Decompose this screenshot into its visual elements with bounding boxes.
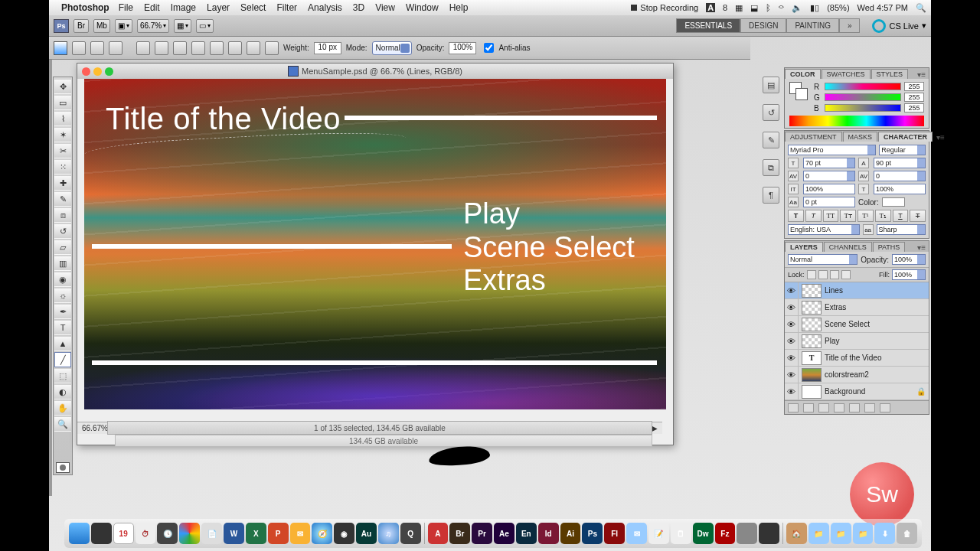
paths-mode-button[interactable] xyxy=(90,41,104,55)
masks-tab[interactable]: MASKS xyxy=(843,132,878,142)
workspace-essentials-tab[interactable]: ESSENTIALS xyxy=(676,18,740,33)
color-spectrum[interactable] xyxy=(789,116,924,126)
lock-all-button[interactable] xyxy=(841,270,851,279)
collapsed-panel-strip[interactable] xyxy=(49,60,52,496)
illustrator-dock-icon[interactable]: Ai xyxy=(560,523,581,544)
pen-tool[interactable]: ✒ xyxy=(54,304,71,319)
indesign-dock-icon[interactable]: Id xyxy=(538,523,559,544)
layer-thumbnail[interactable] xyxy=(802,284,822,298)
layer-visibility-icon[interactable]: 👁 xyxy=(785,383,799,399)
zoom-level-dropdown[interactable]: 66.7% xyxy=(137,19,169,33)
layer-opacity-input[interactable]: 100% xyxy=(892,254,926,265)
roundrect-shape-icon[interactable] xyxy=(191,41,205,55)
opacity-input[interactable]: 100% xyxy=(449,42,476,54)
quick-select-tool[interactable]: ✶ xyxy=(54,127,71,142)
history-panel-icon[interactable]: ↺ xyxy=(763,104,779,121)
line-tool[interactable]: ╱ xyxy=(54,352,71,367)
layer-name[interactable]: Title of the Video xyxy=(825,354,882,362)
layer-visibility-icon[interactable]: 👁 xyxy=(785,333,799,349)
preview-dock-icon[interactable]: 📄 xyxy=(201,523,222,544)
menu-image[interactable]: Image xyxy=(171,2,196,13)
ellipse-shape-icon[interactable] xyxy=(210,41,224,55)
home-folder-icon[interactable]: 🏠 xyxy=(786,523,807,544)
downloads-dock-icon[interactable]: ⬇ xyxy=(874,523,895,544)
superscript-button[interactable]: T¹ xyxy=(858,210,874,222)
delete-layer-button[interactable] xyxy=(880,403,890,412)
fill-pixels-mode-button[interactable] xyxy=(109,41,122,55)
dodge-tool[interactable]: ☼ xyxy=(54,288,71,303)
lock-image-button[interactable] xyxy=(818,270,828,279)
lock-position-button[interactable] xyxy=(830,270,839,279)
layer-thumbnail[interactable] xyxy=(802,334,822,348)
weight-input[interactable]: 10 px xyxy=(314,42,341,54)
status-arrow-button[interactable]: ▶ xyxy=(652,424,658,432)
layer-row[interactable]: 👁colorstream2 xyxy=(785,367,929,383)
eraser-tool[interactable]: ▱ xyxy=(54,240,71,255)
crop-tool[interactable]: ✂ xyxy=(54,143,71,158)
layer-thumbnail[interactable] xyxy=(802,318,822,331)
word-dock-icon[interactable]: W xyxy=(224,523,244,544)
move-tool[interactable]: ✥ xyxy=(54,79,71,94)
mail-dock-icon[interactable]: ✉ xyxy=(626,523,647,544)
stop-recording-button[interactable]: Stop Recording xyxy=(631,3,698,12)
3d-tool[interactable]: ⬚ xyxy=(54,368,71,383)
path-select-tool[interactable]: ▲ xyxy=(54,336,71,351)
layer-thumbnail[interactable] xyxy=(802,385,822,399)
textedit-dock-icon[interactable]: 📝 xyxy=(648,523,669,544)
layer-name[interactable]: Lines xyxy=(825,286,843,295)
menu-window[interactable]: Window xyxy=(406,2,439,13)
workspace-more-button[interactable]: » xyxy=(839,18,861,33)
layer-visibility-icon[interactable]: 👁 xyxy=(785,316,799,332)
color-tab[interactable]: COLOR xyxy=(785,69,821,79)
all-caps-button[interactable]: TT xyxy=(823,210,839,222)
clock[interactable]: Wed 4:57 PM xyxy=(858,3,908,12)
folder-dock-icon-3[interactable]: 📁 xyxy=(853,523,874,544)
bridge-dock-icon[interactable]: Br xyxy=(449,523,470,544)
marquee-tool[interactable]: ▭ xyxy=(54,95,71,110)
layer-thumbnail[interactable] xyxy=(802,368,822,382)
font-family-select[interactable]: Myriad Pro xyxy=(788,145,876,155)
history-brush-tool[interactable]: ↺ xyxy=(54,223,71,239)
layer-fx-button[interactable] xyxy=(803,403,814,412)
safari-dock-icon[interactable]: 🧭 xyxy=(312,523,332,544)
minimize-window-button[interactable] xyxy=(93,67,102,76)
strikethrough-button[interactable]: T xyxy=(910,210,926,222)
new-layer-button[interactable] xyxy=(864,403,875,412)
layer-name[interactable]: Background xyxy=(825,387,865,396)
wifi-icon[interactable]: ⌔ xyxy=(779,3,784,12)
underline-button[interactable]: T xyxy=(893,210,909,222)
layer-name[interactable]: colorstream2 xyxy=(825,370,869,379)
font-style-select[interactable]: Regular xyxy=(879,145,926,155)
layer-visibility-icon[interactable]: 👁 xyxy=(785,282,799,298)
layers-tab[interactable]: LAYERS xyxy=(785,242,823,252)
channels-tab[interactable]: CHANNELS xyxy=(824,242,872,252)
character-tab[interactable]: CHARACTER xyxy=(878,132,933,142)
char-panel-menu-icon[interactable]: ▾≡ xyxy=(933,133,948,142)
antialias-select[interactable]: Sharp xyxy=(877,224,926,235)
pen-shape-icon[interactable] xyxy=(136,41,150,55)
line-tool-preset-icon[interactable] xyxy=(54,41,67,55)
layer-visibility-icon[interactable]: 👁 xyxy=(785,367,799,383)
workspace-painting-tab[interactable]: PAINTING xyxy=(786,18,838,33)
canvas[interactable]: Title of the Video Play Scene Select Ext… xyxy=(84,79,666,409)
hand-tool[interactable]: ✋ xyxy=(54,400,71,416)
acrobat-dock-icon[interactable]: A xyxy=(428,523,449,544)
layer-row[interactable]: 👁Lines xyxy=(785,282,929,299)
excel-dock-icon[interactable]: X xyxy=(246,523,266,544)
small-caps-button[interactable]: Tᴛ xyxy=(840,210,856,222)
antialias-checkbox[interactable] xyxy=(484,43,494,53)
dreamweaver-dock-icon[interactable]: Dw xyxy=(693,523,714,544)
status-zoom[interactable]: 66.67% xyxy=(82,424,108,432)
menu-layer[interactable]: Layer xyxy=(207,2,230,13)
g-value[interactable]: 255 xyxy=(904,93,924,102)
automator-dock-icon[interactable] xyxy=(737,523,757,544)
close-window-button[interactable] xyxy=(82,67,90,76)
aftereffects-dock-icon[interactable]: Ae xyxy=(494,523,514,544)
layer-row[interactable]: 👁Background🔒 xyxy=(785,383,929,400)
timer-dock-icon[interactable]: ⏱ xyxy=(136,523,156,544)
blend-mode-select[interactable]: Normal xyxy=(372,41,412,55)
launch-minibridge-button[interactable]: Mb xyxy=(93,19,110,33)
swatches-tab[interactable]: SWATCHES xyxy=(822,69,871,79)
shape-layers-mode-button[interactable] xyxy=(72,41,86,55)
quicktime-dock-icon[interactable]: Q xyxy=(400,523,421,544)
